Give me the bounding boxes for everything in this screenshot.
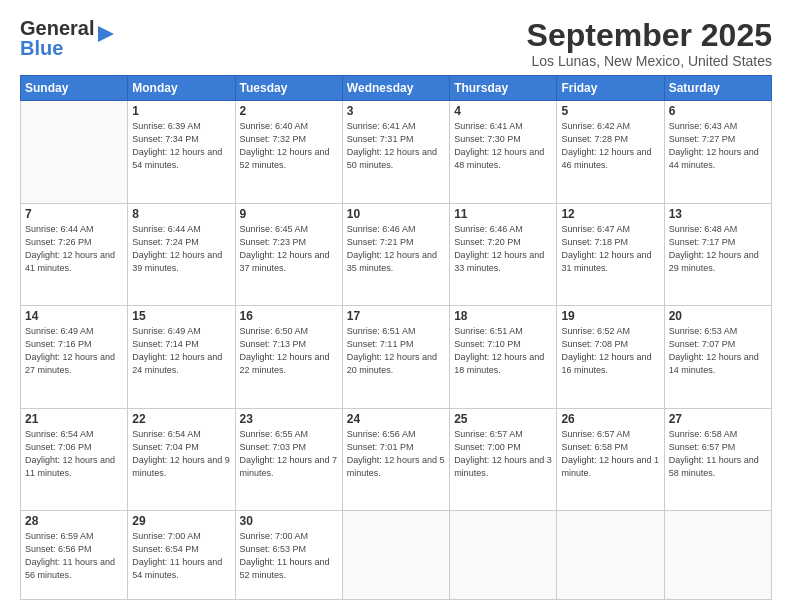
day-number: 12 — [561, 207, 659, 221]
table-row — [450, 511, 557, 600]
table-row: 12Sunrise: 6:47 AMSunset: 7:18 PMDayligh… — [557, 203, 664, 305]
day-number: 6 — [669, 104, 767, 118]
day-info: Sunrise: 6:50 AMSunset: 7:13 PMDaylight:… — [240, 325, 338, 377]
day-info: Sunrise: 6:49 AMSunset: 7:14 PMDaylight:… — [132, 325, 230, 377]
col-sunday: Sunday — [21, 76, 128, 101]
table-row: 29Sunrise: 7:00 AMSunset: 6:54 PMDayligh… — [128, 511, 235, 600]
table-row: 17Sunrise: 6:51 AMSunset: 7:11 PMDayligh… — [342, 306, 449, 408]
day-info: Sunrise: 6:45 AMSunset: 7:23 PMDaylight:… — [240, 223, 338, 275]
day-number: 27 — [669, 412, 767, 426]
day-info: Sunrise: 7:00 AMSunset: 6:53 PMDaylight:… — [240, 530, 338, 582]
table-row: 4Sunrise: 6:41 AMSunset: 7:30 PMDaylight… — [450, 101, 557, 203]
col-thursday: Thursday — [450, 76, 557, 101]
table-row: 2Sunrise: 6:40 AMSunset: 7:32 PMDaylight… — [235, 101, 342, 203]
table-row: 26Sunrise: 6:57 AMSunset: 6:58 PMDayligh… — [557, 408, 664, 510]
day-number: 25 — [454, 412, 552, 426]
day-info: Sunrise: 6:53 AMSunset: 7:07 PMDaylight:… — [669, 325, 767, 377]
col-friday: Friday — [557, 76, 664, 101]
day-info: Sunrise: 6:39 AMSunset: 7:34 PMDaylight:… — [132, 120, 230, 172]
table-row — [557, 511, 664, 600]
day-info: Sunrise: 6:44 AMSunset: 7:26 PMDaylight:… — [25, 223, 123, 275]
logo-arrow-icon — [96, 24, 116, 44]
table-row: 14Sunrise: 6:49 AMSunset: 7:16 PMDayligh… — [21, 306, 128, 408]
day-info: Sunrise: 6:43 AMSunset: 7:27 PMDaylight:… — [669, 120, 767, 172]
day-number: 7 — [25, 207, 123, 221]
table-row: 27Sunrise: 6:58 AMSunset: 6:57 PMDayligh… — [664, 408, 771, 510]
table-row: 20Sunrise: 6:53 AMSunset: 7:07 PMDayligh… — [664, 306, 771, 408]
day-number: 3 — [347, 104, 445, 118]
day-number: 11 — [454, 207, 552, 221]
table-row: 5Sunrise: 6:42 AMSunset: 7:28 PMDaylight… — [557, 101, 664, 203]
col-monday: Monday — [128, 76, 235, 101]
day-info: Sunrise: 6:54 AMSunset: 7:04 PMDaylight:… — [132, 428, 230, 480]
header: GeneralBlue September 2025 Los Lunas, Ne… — [20, 18, 772, 69]
day-info: Sunrise: 6:49 AMSunset: 7:16 PMDaylight:… — [25, 325, 123, 377]
day-number: 28 — [25, 514, 123, 528]
day-info: Sunrise: 6:48 AMSunset: 7:17 PMDaylight:… — [669, 223, 767, 275]
table-row: 18Sunrise: 6:51 AMSunset: 7:10 PMDayligh… — [450, 306, 557, 408]
day-number: 1 — [132, 104, 230, 118]
table-row — [664, 511, 771, 600]
table-row — [342, 511, 449, 600]
day-info: Sunrise: 6:41 AMSunset: 7:30 PMDaylight:… — [454, 120, 552, 172]
day-info: Sunrise: 6:40 AMSunset: 7:32 PMDaylight:… — [240, 120, 338, 172]
day-number: 8 — [132, 207, 230, 221]
day-number: 10 — [347, 207, 445, 221]
day-info: Sunrise: 6:41 AMSunset: 7:31 PMDaylight:… — [347, 120, 445, 172]
day-number: 4 — [454, 104, 552, 118]
calendar-table: Sunday Monday Tuesday Wednesday Thursday… — [20, 75, 772, 600]
day-info: Sunrise: 6:42 AMSunset: 7:28 PMDaylight:… — [561, 120, 659, 172]
day-number: 15 — [132, 309, 230, 323]
table-row: 24Sunrise: 6:56 AMSunset: 7:01 PMDayligh… — [342, 408, 449, 510]
table-row: 23Sunrise: 6:55 AMSunset: 7:03 PMDayligh… — [235, 408, 342, 510]
day-number: 16 — [240, 309, 338, 323]
day-info: Sunrise: 6:46 AMSunset: 7:21 PMDaylight:… — [347, 223, 445, 275]
table-row: 19Sunrise: 6:52 AMSunset: 7:08 PMDayligh… — [557, 306, 664, 408]
day-info: Sunrise: 6:56 AMSunset: 7:01 PMDaylight:… — [347, 428, 445, 480]
calendar-subtitle: Los Lunas, New Mexico, United States — [527, 53, 772, 69]
table-row: 28Sunrise: 6:59 AMSunset: 6:56 PMDayligh… — [21, 511, 128, 600]
day-number: 2 — [240, 104, 338, 118]
day-info: Sunrise: 6:58 AMSunset: 6:57 PMDaylight:… — [669, 428, 767, 480]
table-row: 13Sunrise: 6:48 AMSunset: 7:17 PMDayligh… — [664, 203, 771, 305]
day-info: Sunrise: 6:57 AMSunset: 7:00 PMDaylight:… — [454, 428, 552, 480]
day-info: Sunrise: 6:52 AMSunset: 7:08 PMDaylight:… — [561, 325, 659, 377]
table-row: 22Sunrise: 6:54 AMSunset: 7:04 PMDayligh… — [128, 408, 235, 510]
day-info: Sunrise: 6:51 AMSunset: 7:10 PMDaylight:… — [454, 325, 552, 377]
day-number: 23 — [240, 412, 338, 426]
table-row: 21Sunrise: 6:54 AMSunset: 7:06 PMDayligh… — [21, 408, 128, 510]
title-block: September 2025 Los Lunas, New Mexico, Un… — [527, 18, 772, 69]
table-row: 9Sunrise: 6:45 AMSunset: 7:23 PMDaylight… — [235, 203, 342, 305]
day-number: 29 — [132, 514, 230, 528]
col-wednesday: Wednesday — [342, 76, 449, 101]
table-row: 11Sunrise: 6:46 AMSunset: 7:20 PMDayligh… — [450, 203, 557, 305]
day-info: Sunrise: 7:00 AMSunset: 6:54 PMDaylight:… — [132, 530, 230, 582]
col-saturday: Saturday — [664, 76, 771, 101]
day-number: 22 — [132, 412, 230, 426]
day-number: 17 — [347, 309, 445, 323]
table-row: 6Sunrise: 6:43 AMSunset: 7:27 PMDaylight… — [664, 101, 771, 203]
day-number: 20 — [669, 309, 767, 323]
calendar-title: September 2025 — [527, 18, 772, 53]
table-row: 30Sunrise: 7:00 AMSunset: 6:53 PMDayligh… — [235, 511, 342, 600]
day-number: 9 — [240, 207, 338, 221]
table-row — [21, 101, 128, 203]
day-info: Sunrise: 6:51 AMSunset: 7:11 PMDaylight:… — [347, 325, 445, 377]
table-row: 3Sunrise: 6:41 AMSunset: 7:31 PMDaylight… — [342, 101, 449, 203]
day-info: Sunrise: 6:54 AMSunset: 7:06 PMDaylight:… — [25, 428, 123, 480]
calendar-header-row: Sunday Monday Tuesday Wednesday Thursday… — [21, 76, 772, 101]
day-info: Sunrise: 6:46 AMSunset: 7:20 PMDaylight:… — [454, 223, 552, 275]
day-number: 19 — [561, 309, 659, 323]
day-number: 18 — [454, 309, 552, 323]
day-info: Sunrise: 6:57 AMSunset: 6:58 PMDaylight:… — [561, 428, 659, 480]
day-number: 30 — [240, 514, 338, 528]
day-number: 5 — [561, 104, 659, 118]
day-number: 13 — [669, 207, 767, 221]
day-info: Sunrise: 6:59 AMSunset: 6:56 PMDaylight:… — [25, 530, 123, 582]
day-number: 24 — [347, 412, 445, 426]
table-row: 7Sunrise: 6:44 AMSunset: 7:26 PMDaylight… — [21, 203, 128, 305]
day-info: Sunrise: 6:44 AMSunset: 7:24 PMDaylight:… — [132, 223, 230, 275]
table-row: 15Sunrise: 6:49 AMSunset: 7:14 PMDayligh… — [128, 306, 235, 408]
day-number: 21 — [25, 412, 123, 426]
day-number: 14 — [25, 309, 123, 323]
